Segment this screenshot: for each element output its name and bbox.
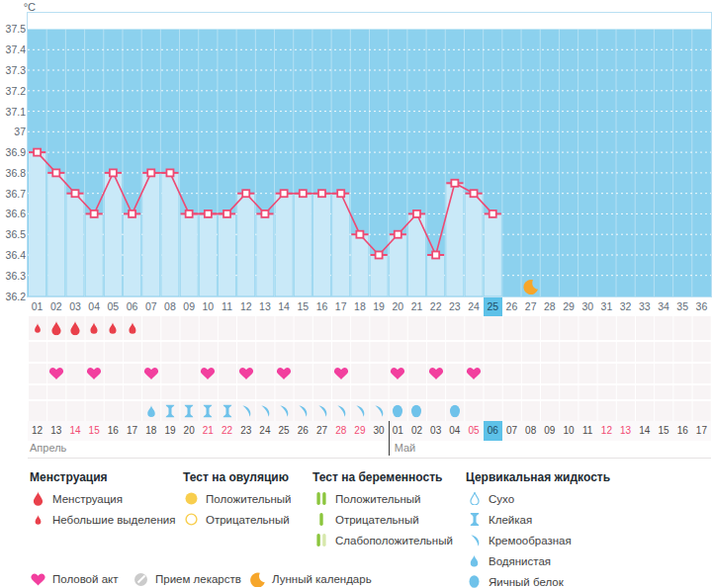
- date-cell-23[interactable]: 23: [236, 421, 255, 441]
- date-cell-18[interactable]: 18: [141, 421, 160, 441]
- date-cell-13[interactable]: 13: [46, 421, 65, 441]
- cycle-day-cell-22[interactable]: 22: [426, 297, 445, 316]
- intercourse-icon[interactable]: [201, 368, 216, 380]
- cycle-day-cell-26[interactable]: 26: [502, 297, 521, 316]
- date-cell-21[interactable]: 21: [199, 421, 218, 441]
- cervical-fluid-eggwhite-icon[interactable]: [449, 405, 460, 418]
- cervical-fluid-creamy-icon[interactable]: [279, 405, 289, 417]
- cervical-fluid-sticky-icon[interactable]: [184, 405, 194, 418]
- date-cell-14[interactable]: 14: [635, 421, 654, 441]
- cervical-fluid-creamy-icon[interactable]: [336, 405, 346, 417]
- menstruation-icon[interactable]: [128, 322, 136, 334]
- menstruation-icon[interactable]: [50, 321, 61, 336]
- date-cell-10[interactable]: 10: [559, 421, 578, 441]
- cervical-fluid-creamy-icon[interactable]: [317, 405, 327, 417]
- cervical-fluid-sticky-icon[interactable]: [222, 405, 232, 418]
- date-cell-22[interactable]: 22: [218, 421, 236, 441]
- menstruation-icon[interactable]: [34, 323, 41, 333]
- date-cell-20[interactable]: 20: [180, 421, 199, 441]
- cycle-day-cell-14[interactable]: 14: [275, 297, 294, 316]
- cycle-day-cell-07[interactable]: 07: [141, 297, 160, 316]
- cycle-day-cell-16[interactable]: 16: [312, 297, 331, 316]
- date-cell-15[interactable]: 15: [85, 421, 104, 441]
- cervical-fluid-watery-icon[interactable]: [146, 405, 155, 418]
- intercourse-icon[interactable]: [333, 368, 348, 380]
- cycle-day-cell-09[interactable]: 09: [180, 297, 199, 316]
- menstruation-icon[interactable]: [90, 322, 99, 334]
- intercourse-icon[interactable]: [238, 368, 253, 380]
- cervical-fluid-creamy-icon[interactable]: [355, 405, 365, 417]
- intercourse-icon[interactable]: [428, 368, 443, 380]
- cervical-fluid-creamy-icon[interactable]: [241, 405, 251, 417]
- menstruation-icon[interactable]: [69, 321, 80, 336]
- date-cell-26[interactable]: 26: [294, 421, 312, 441]
- cycle-day-cell-06[interactable]: 06: [123, 297, 141, 316]
- date-cell-13[interactable]: 13: [616, 421, 635, 441]
- cycle-day-cell-35[interactable]: 35: [673, 297, 692, 316]
- intercourse-icon[interactable]: [143, 368, 158, 380]
- date-cell-15[interactable]: 15: [654, 421, 672, 441]
- intercourse-icon[interactable]: [48, 368, 63, 380]
- cycle-day-cell-28[interactable]: 28: [540, 297, 559, 316]
- date-cell-30[interactable]: 30: [370, 421, 389, 441]
- cycle-day-cell-08[interactable]: 08: [160, 297, 179, 316]
- cycle-day-cell-12[interactable]: 12: [236, 297, 255, 316]
- date-cell-27[interactable]: 27: [312, 421, 331, 441]
- cycle-day-cell-24[interactable]: 24: [464, 297, 483, 316]
- cycle-day-cell-15[interactable]: 15: [294, 297, 312, 316]
- date-cell-17[interactable]: 17: [123, 421, 141, 441]
- cycle-day-cell-32[interactable]: 32: [616, 297, 635, 316]
- intercourse-icon[interactable]: [467, 368, 482, 380]
- cycle-day-cell-36[interactable]: 36: [692, 297, 711, 316]
- cycle-day-cell-20[interactable]: 20: [389, 297, 407, 316]
- cycle-day-cell-10[interactable]: 10: [199, 297, 218, 316]
- cervical-fluid-sticky-icon[interactable]: [203, 405, 213, 418]
- cycle-day-cell-21[interactable]: 21: [407, 297, 426, 316]
- cervical-fluid-eggwhite-icon[interactable]: [393, 405, 403, 418]
- date-cell-29[interactable]: 29: [350, 421, 369, 441]
- cycle-day-cell-30[interactable]: 30: [578, 297, 597, 316]
- date-cell-09[interactable]: 09: [540, 421, 559, 441]
- cycle-day-cell-02[interactable]: 02: [46, 297, 65, 316]
- date-cell-16[interactable]: 16: [673, 421, 692, 441]
- cervical-fluid-creamy-icon[interactable]: [298, 405, 308, 417]
- date-cell-19[interactable]: 19: [160, 421, 179, 441]
- date-cell-24[interactable]: 24: [255, 421, 274, 441]
- cycle-day-cell-11[interactable]: 11: [218, 297, 236, 316]
- date-cell-12[interactable]: 12: [28, 421, 46, 441]
- menstruation-icon[interactable]: [109, 322, 118, 334]
- cycle-day-cell-33[interactable]: 33: [635, 297, 654, 316]
- intercourse-icon[interactable]: [87, 368, 102, 380]
- date-cell-12[interactable]: 12: [597, 421, 616, 441]
- date-cell-17[interactable]: 17: [692, 421, 711, 441]
- date-cell-25[interactable]: 25: [275, 421, 294, 441]
- date-cell-07[interactable]: 07: [502, 421, 521, 441]
- date-cell-05[interactable]: 05: [464, 421, 483, 441]
- date-cell-04[interactable]: 04: [445, 421, 464, 441]
- cycle-day-cell-03[interactable]: 03: [65, 297, 84, 316]
- cycle-day-cell-13[interactable]: 13: [255, 297, 274, 316]
- cycle-day-cell-34[interactable]: 34: [654, 297, 672, 316]
- cycle-day-cell-05[interactable]: 05: [104, 297, 123, 316]
- cervical-fluid-creamy-icon[interactable]: [260, 405, 270, 417]
- cycle-day-cell-17[interactable]: 17: [331, 297, 350, 316]
- cervical-fluid-eggwhite-icon[interactable]: [411, 405, 422, 418]
- date-cell-14[interactable]: 14: [65, 421, 84, 441]
- intercourse-icon[interactable]: [277, 368, 292, 380]
- date-cell-06[interactable]: 06: [484, 421, 502, 441]
- cervical-fluid-creamy-icon[interactable]: [374, 405, 384, 417]
- cycle-day-cell-04[interactable]: 04: [85, 297, 104, 316]
- date-cell-16[interactable]: 16: [104, 421, 123, 441]
- date-cell-28[interactable]: 28: [331, 421, 350, 441]
- date-cell-01[interactable]: 01: [389, 421, 407, 441]
- cycle-day-cell-01[interactable]: 01: [28, 297, 46, 316]
- date-cell-02[interactable]: 02: [407, 421, 426, 441]
- intercourse-icon[interactable]: [391, 368, 405, 380]
- cycle-day-cell-27[interactable]: 27: [521, 297, 540, 316]
- date-cell-11[interactable]: 11: [578, 421, 597, 441]
- cycle-day-cell-18[interactable]: 18: [350, 297, 369, 316]
- date-cell-03[interactable]: 03: [426, 421, 445, 441]
- cycle-day-cell-29[interactable]: 29: [559, 297, 578, 316]
- cycle-day-cell-19[interactable]: 19: [370, 297, 389, 316]
- date-cell-08[interactable]: 08: [521, 421, 540, 441]
